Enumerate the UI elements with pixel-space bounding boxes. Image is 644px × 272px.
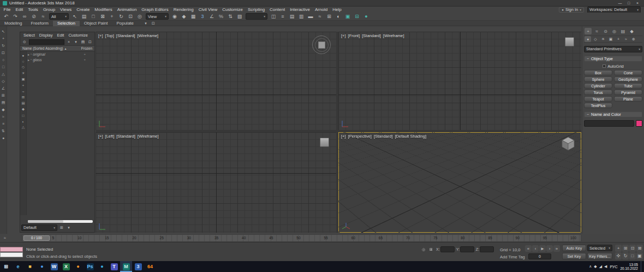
viewcube[interactable] (565, 37, 574, 46)
edge-icon[interactable]: e (12, 261, 24, 272)
viewport-left[interactable]: [+] [Left] [Standard] [Wireframe] (96, 132, 336, 233)
menu-item[interactable]: Group (40, 7, 57, 12)
isolate-selection-icon[interactable]: ◎ (420, 246, 427, 252)
display-geometry-icon[interactable]: ○ (21, 58, 26, 64)
use-pivot-center-icon[interactable]: ◉ (170, 13, 179, 20)
name-and-color-rollout[interactable]: − Name and Color (584, 111, 642, 117)
zoom-icon[interactable]: + (615, 245, 622, 252)
spinner-snap-icon[interactable]: ⇅ (226, 13, 235, 20)
viewcube[interactable] (312, 36, 331, 54)
explorer-search-input[interactable] (29, 39, 64, 45)
app-64-icon[interactable]: 64 (144, 261, 156, 272)
explorer-scrollbar[interactable] (28, 220, 93, 223)
viewport-general-menu[interactable]: [+] (341, 33, 346, 38)
render-setup-icon[interactable]: ▣ (343, 13, 352, 20)
edit-named-selections-icon[interactable]: ▧ (235, 13, 244, 20)
snaps-toggle-icon[interactable]: 3 (198, 13, 207, 20)
frozen-column-header[interactable]: Frozen (81, 46, 92, 50)
ribbon-tab[interactable]: Modeling (0, 21, 26, 26)
explorer-menu-item[interactable]: Edit (55, 33, 66, 38)
menu-item[interactable]: Civil View (196, 7, 220, 12)
3ds-max-icon[interactable]: M (120, 261, 132, 272)
display-helpers-icon[interactable]: + (21, 82, 26, 88)
dock-tool-icon[interactable]: ⇅ (1, 128, 7, 134)
select-and-place-icon[interactable]: ◎ (135, 13, 144, 20)
close-button[interactable]: × (634, 1, 641, 5)
systems-category-icon[interactable]: ⊕ (630, 36, 637, 42)
primitive-button[interactable]: TextPlus (584, 103, 612, 108)
viewport-shading-label[interactable]: [Wireframe] (137, 33, 158, 38)
clear-search-icon[interactable]: × (65, 39, 72, 45)
frozen-toggle[interactable]: + (84, 52, 86, 56)
next-frame-icon[interactable]: › (546, 245, 553, 252)
x-coordinate-field[interactable] (440, 246, 455, 252)
primitive-button[interactable]: Torus (584, 90, 612, 95)
select-and-link-icon[interactable]: ∞ (20, 13, 29, 20)
menu-item[interactable]: Animation (115, 7, 139, 12)
angle-snap-icon[interactable]: ∠ (207, 13, 216, 20)
dock-tool-icon[interactable]: ↖ (1, 28, 7, 34)
viewcube-compass-ring[interactable] (315, 38, 329, 52)
unlink-selection-icon[interactable]: ⊘ (29, 13, 38, 20)
named-selection-dropdown[interactable]: ▾ (246, 13, 267, 20)
display-tab-icon[interactable]: ▤ (619, 28, 627, 34)
select-by-name-icon[interactable]: ▤ (80, 13, 88, 20)
shapes-category-icon[interactable]: ◇ (592, 36, 599, 42)
select-and-move-icon[interactable]: + (108, 13, 116, 20)
open-mini-curve-editor-icon[interactable]: ≈ (2, 235, 8, 241)
time-slider[interactable]: 0 / 100 (23, 235, 50, 241)
track-bar[interactable]: 0510152025303540455055606570758085909510… (22, 234, 581, 242)
viewport-pov-label[interactable]: [Top] (105, 33, 114, 38)
hierarchy-tab-icon[interactable]: ⊙ (602, 28, 609, 34)
clock[interactable]: 13:05 20.10.2022 (620, 263, 638, 271)
y-coordinate-field[interactable] (460, 246, 474, 252)
viewport-shading-label[interactable]: [Default Shading] (395, 134, 427, 139)
auto-key-button[interactable]: Auto Key (562, 245, 586, 251)
primitive-button[interactable]: Cylinder (584, 83, 612, 88)
render-production-icon[interactable]: ● (362, 13, 371, 20)
align-icon[interactable]: ≡ (278, 13, 287, 20)
teams-icon[interactable]: T (108, 261, 120, 272)
window-crossing-icon[interactable]: ⊠ (98, 13, 107, 20)
display-xrefs-icon[interactable]: ▤ (21, 100, 26, 106)
dock-tool-icon[interactable]: ▤ (1, 99, 7, 105)
object-name-input[interactable] (584, 120, 634, 127)
ribbon-tab[interactable]: Selection (53, 21, 80, 26)
cameras-category-icon[interactable]: ▣ (607, 36, 614, 42)
viewport-shading-label[interactable]: [Wireframe] (138, 134, 159, 139)
ribbon-tab[interactable]: Object Paint (80, 21, 112, 26)
viewport-general-menu[interactable]: [+] (98, 33, 103, 38)
reference-coordinate-dropdown[interactable]: View ▾ (146, 13, 169, 20)
app-3-icon[interactable]: 3 (132, 261, 144, 272)
display-spacewarps-icon[interactable]: ≈ (21, 88, 26, 94)
menu-item[interactable]: Arnold (313, 7, 330, 12)
menu-item[interactable]: Customize (220, 7, 246, 12)
selection-filter-dropdown[interactable]: All ▾ (49, 13, 69, 20)
column-chooser-icon[interactable]: ▤ (80, 39, 86, 45)
redo-icon[interactable]: ↷ (11, 13, 20, 20)
maxscript-macro-recorder[interactable] (0, 247, 23, 252)
lights-category-icon[interactable]: ☀ (600, 36, 606, 42)
percent-snap-icon[interactable]: % (217, 13, 225, 20)
dock-tool-icon[interactable]: ○ (1, 57, 7, 63)
primitive-button[interactable]: Box (584, 70, 612, 75)
key-filters-button[interactable]: Key Filters... (587, 253, 612, 259)
menu-item[interactable]: Modifiers (92, 7, 115, 12)
display-lights-icon[interactable]: ☀ (21, 70, 26, 76)
primitive-button[interactable]: Sphere (584, 76, 612, 82)
current-frame-field[interactable]: 0 (528, 253, 551, 259)
select-and-rotate-icon[interactable]: ↻ (117, 13, 126, 20)
menu-item[interactable]: Edit (13, 7, 26, 12)
add-time-tag[interactable]: Add Time Tag (500, 255, 525, 259)
viewport-front[interactable]: [+] [Front] [Standard] [Wireframe] (338, 32, 581, 130)
rectangular-selection-icon[interactable]: □ (89, 13, 98, 20)
select-and-manipulate-icon[interactable]: ◆ (180, 13, 188, 20)
network-icon[interactable]: ◢ (599, 264, 602, 269)
select-object-icon[interactable]: ↖ (70, 13, 79, 20)
key-selection-dropdown[interactable]: Selected ▾ (587, 245, 612, 251)
start-button[interactable]: ⊞ (0, 261, 12, 272)
helpers-category-icon[interactable]: + (615, 36, 622, 42)
modify-tab-icon[interactable]: ≈ (593, 28, 600, 34)
menu-item[interactable]: Help (330, 7, 344, 12)
rendered-frame-window-icon[interactable]: ⊟ (353, 13, 361, 20)
